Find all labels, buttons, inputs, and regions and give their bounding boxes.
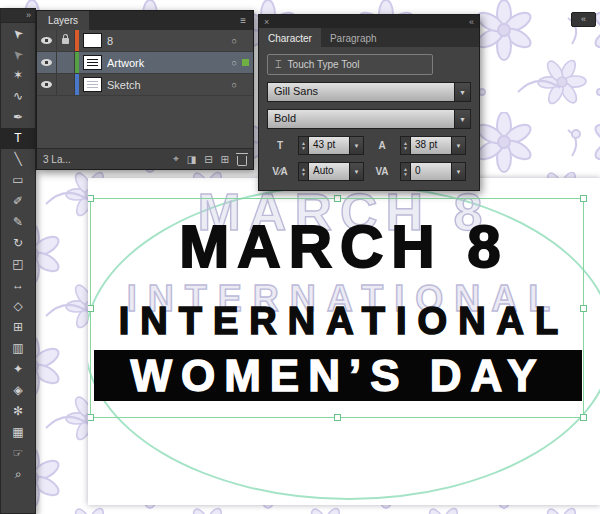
layers-panel-header: Layers ≡ — [37, 11, 253, 30]
layers-panel-footer: 3 La... ⌖ ◨ ⊟ ⊞ — [37, 148, 253, 169]
layer-thumbnail — [83, 77, 102, 92]
touch-type-tool-button[interactable]: ⌶ Touch Type Tool — [267, 54, 433, 75]
panel-menu-icon[interactable]: ≡ — [233, 11, 253, 30]
selection-handle[interactable] — [88, 414, 94, 421]
target-circle-icon[interactable]: ○ — [232, 80, 237, 90]
target-circle-icon[interactable]: ○ — [232, 58, 237, 68]
lock-toggle[interactable] — [57, 30, 75, 51]
layer-row-artwork[interactable]: Artwork ○ — [37, 52, 253, 74]
selection-handle[interactable] — [88, 195, 94, 202]
rectangle-tool-icon[interactable]: ▭ — [1, 170, 35, 191]
selection-bounding-box[interactable] — [90, 198, 584, 418]
visibility-toggle[interactable] — [37, 52, 57, 73]
touch-type-label: Touch Type Tool — [288, 59, 360, 70]
rotate-tool-icon[interactable]: ↻ — [1, 233, 35, 254]
lock-toggle[interactable] — [57, 52, 75, 73]
stepper-down-icon[interactable]: ▼ — [301, 172, 306, 177]
paintbrush-tool-icon[interactable]: ✐ — [1, 191, 35, 212]
stepper-down-icon[interactable]: ▼ — [403, 146, 408, 151]
pencil-tool-icon[interactable]: ✎ — [1, 212, 35, 233]
column-graph-tool-icon[interactable]: ▦ — [1, 422, 35, 443]
leading-value[interactable]: 38 pt — [411, 137, 451, 154]
selection-handle[interactable] — [580, 195, 587, 202]
shape-builder-tool-icon[interactable]: ◇ — [1, 296, 35, 317]
chevron-down-icon[interactable]: ▼ — [349, 137, 363, 154]
tracking-value[interactable]: 0 — [411, 163, 451, 180]
layer-thumbnail — [83, 33, 102, 48]
font-style-dropdown[interactable]: Bold ▼ — [267, 109, 471, 129]
lasso-tool-icon[interactable]: ∿ — [1, 86, 35, 107]
stepper-arrows[interactable]: ▲ ▼ — [401, 137, 411, 154]
blend-tool-icon[interactable]: ◈ — [1, 380, 35, 401]
kerning-tracking-row: V∕A ▲ ▼ Auto ▼ VA ▲ ▼ 0 ▼ — [267, 162, 471, 181]
tracking-field[interactable]: ▲ ▼ 0 ▼ — [400, 162, 466, 181]
stepper-down-icon[interactable]: ▼ — [301, 146, 306, 151]
character-panel-titlebar: × « — [259, 15, 479, 28]
layer-row-sketch[interactable]: Sketch ○ — [37, 74, 253, 96]
selection-handle[interactable] — [334, 195, 341, 202]
font-size-value[interactable]: 43 pt — [309, 137, 349, 154]
zoom-tool-icon[interactable]: ⌕ — [1, 464, 35, 485]
layer-color-bar — [75, 74, 79, 95]
layer-name: Artwork — [107, 57, 232, 69]
eye-icon — [41, 59, 52, 66]
kerning-field[interactable]: ▲ ▼ Auto ▼ — [298, 162, 364, 181]
hand-tool-icon[interactable]: ☞ — [1, 443, 35, 464]
width-tool-icon[interactable]: ↔ — [1, 275, 35, 296]
locate-object-icon[interactable]: ⌖ — [173, 153, 179, 165]
tracking-icon: VA — [369, 166, 395, 177]
selection-indicator — [242, 59, 249, 66]
lock-toggle[interactable] — [57, 74, 75, 95]
scale-tool-icon[interactable]: ◰ — [1, 254, 35, 275]
chevron-down-icon[interactable]: ▼ — [349, 163, 363, 180]
selection-handle[interactable] — [580, 414, 587, 421]
delete-layer-icon[interactable] — [237, 156, 247, 166]
selection-handle[interactable] — [580, 305, 587, 312]
stepper-arrows[interactable]: ▲ ▼ — [299, 163, 309, 180]
pen-tool-icon[interactable]: ✒ — [1, 107, 35, 128]
kerning-icon: V∕A — [267, 166, 293, 177]
chevron-down-icon[interactable]: ▼ — [454, 110, 470, 128]
tab-paragraph[interactable]: Paragraph — [321, 28, 386, 47]
stepper-arrows[interactable]: ▲ ▼ — [299, 137, 309, 154]
tab-character[interactable]: Character — [259, 28, 321, 47]
leading-icon: A — [369, 140, 395, 151]
font-family-dropdown[interactable]: Gill Sans ▼ — [267, 82, 471, 102]
gradient-tool-icon[interactable]: ▥ — [1, 338, 35, 359]
close-icon[interactable]: × — [264, 17, 269, 27]
character-panel: × « Character Paragraph ⌶ Touch Type Too… — [258, 14, 480, 191]
chevron-down-icon[interactable]: ▼ — [454, 83, 470, 101]
target-circle-icon[interactable]: ○ — [232, 36, 237, 46]
layer-color-bar — [75, 30, 79, 51]
visibility-toggle[interactable] — [37, 74, 57, 95]
selection-handle[interactable] — [88, 305, 94, 312]
layer-row-8[interactable]: 8 ○ — [37, 30, 253, 52]
dock-collapse-button[interactable]: « — [571, 12, 596, 27]
font-family-value[interactable]: Gill Sans — [268, 83, 454, 101]
kerning-value[interactable]: Auto — [309, 163, 349, 180]
chevron-down-icon[interactable]: ▼ — [451, 137, 465, 154]
selection-handle[interactable] — [334, 414, 341, 421]
font-size-field[interactable]: ▲ ▼ 43 pt ▼ — [298, 136, 364, 155]
visibility-toggle[interactable] — [37, 30, 57, 51]
eyedropper-tool-icon[interactable]: ✦ — [1, 359, 35, 380]
leading-field[interactable]: ▲ ▼ 38 pt ▼ — [400, 136, 466, 155]
collapse-panel-icon[interactable]: « — [469, 17, 474, 27]
chevron-down-icon[interactable]: ▼ — [451, 163, 465, 180]
mesh-tool-icon[interactable]: ⊞ — [1, 317, 35, 338]
layer-color-bar — [75, 52, 79, 73]
layers-count-status: 3 La... — [43, 154, 165, 165]
touch-type-icon: ⌶ — [275, 58, 282, 71]
font-size-icon: T — [267, 140, 293, 151]
new-layer-icon[interactable]: ⊞ — [221, 154, 229, 165]
layers-panel: Layers ≡ 8 ○ Artwork ○ — [36, 10, 254, 170]
tab-layers[interactable]: Layers — [37, 11, 89, 30]
stepper-arrows[interactable]: ▲ ▼ — [401, 163, 411, 180]
type-tool-icon[interactable]: T — [1, 128, 35, 149]
stepper-down-icon[interactable]: ▼ — [403, 172, 408, 177]
symbol-sprayer-tool-icon[interactable]: ✻ — [1, 401, 35, 422]
line-segment-tool-icon[interactable]: ╲ — [1, 149, 35, 170]
clipping-mask-icon[interactable]: ◨ — [187, 154, 196, 165]
font-style-value[interactable]: Bold — [268, 110, 454, 128]
new-sublayer-icon[interactable]: ⊟ — [204, 154, 212, 165]
